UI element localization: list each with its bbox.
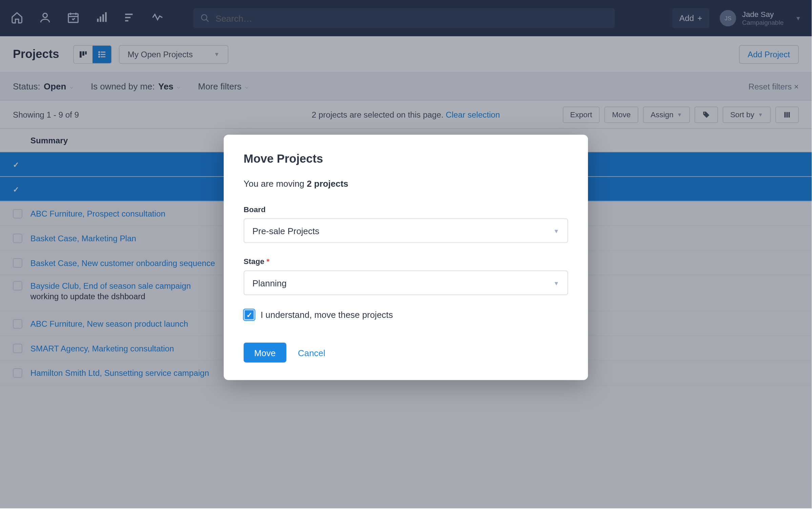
confirm-checkbox[interactable]: ✓ — [244, 309, 255, 320]
move-projects-modal: Move Projects You are moving 2 projects … — [224, 135, 588, 380]
chevron-down-icon: ▼ — [553, 227, 559, 234]
modal-cancel-button[interactable]: Cancel — [298, 348, 325, 358]
confirm-row[interactable]: ✓ I understand, move these projects — [244, 309, 568, 320]
confirm-label: I understand, move these projects — [261, 310, 393, 320]
board-select[interactable]: Pre-sale Projects ▼ — [244, 219, 568, 243]
modal-title: Move Projects — [244, 152, 568, 166]
modal-move-button[interactable]: Move — [244, 343, 286, 363]
modal-moving-text: You are moving 2 projects — [244, 179, 568, 188]
modal-overlay[interactable]: Move Projects You are moving 2 projects … — [0, 0, 812, 508]
board-select-value: Pre-sale Projects — [252, 226, 319, 236]
stage-select[interactable]: Planning ▼ — [244, 270, 568, 295]
stage-select-value: Planning — [252, 278, 287, 288]
chevron-down-icon: ▼ — [553, 280, 559, 286]
board-field-label: Board — [244, 205, 568, 214]
stage-field-label: Stage * — [244, 257, 568, 266]
